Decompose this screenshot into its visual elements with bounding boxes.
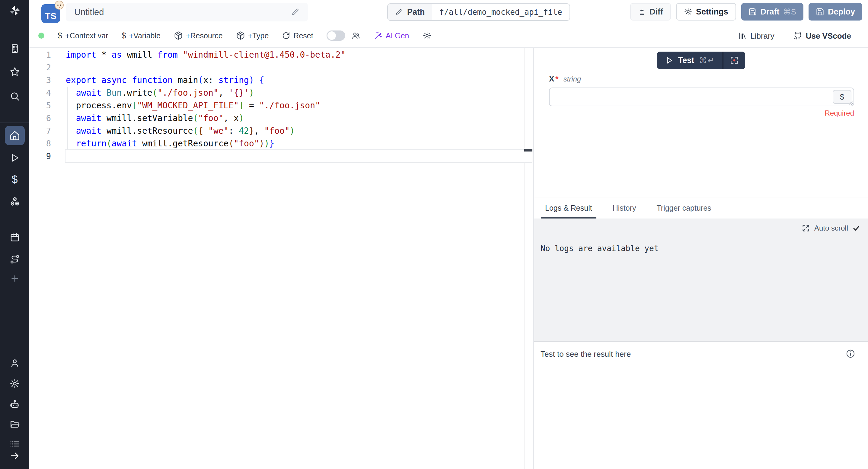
gear-icon	[423, 31, 432, 40]
sidebar-item-workspace[interactable]	[5, 41, 25, 57]
sidebar-item-assistant[interactable]	[5, 396, 25, 412]
code-lines[interactable]: import * as wmill from "windmill-client@…	[66, 49, 522, 163]
tab-logs-result[interactable]: Logs & Result	[541, 197, 596, 219]
language-badge-label: TS	[45, 11, 56, 21]
edit-title-pencil-icon[interactable]	[291, 7, 300, 17]
draft-label: Draft	[761, 7, 780, 17]
add-resource-button[interactable]: +Resource	[174, 31, 223, 40]
gear-icon	[684, 7, 692, 16]
save-icon	[816, 7, 824, 16]
cubes-icon	[9, 196, 20, 207]
field-type: string	[563, 75, 581, 83]
tab-trigger-captures[interactable]: Trigger captures	[652, 197, 715, 219]
users-icon	[351, 31, 360, 40]
sidebar-item-favorites[interactable]	[5, 64, 25, 80]
windmill-logo[interactable]	[5, 3, 25, 19]
play-icon	[10, 153, 20, 163]
check-icon[interactable]	[852, 224, 860, 232]
draft-shortcut: ⌘S	[783, 7, 796, 17]
sidebar-item-apps[interactable]	[5, 437, 25, 450]
add-type-label: +Type	[248, 31, 269, 40]
code-line[interactable]: await wmill.setVariable("foo", x)	[66, 112, 522, 125]
sidebar: $	[0, 0, 29, 469]
line-number: 8	[29, 137, 65, 150]
tab-history[interactable]: History	[609, 197, 641, 219]
building-icon	[10, 43, 20, 54]
robot-icon	[10, 399, 20, 409]
line-number-gutter: 123456789	[29, 49, 65, 163]
add-context-var-label: +Context var	[65, 31, 108, 40]
field-name: X	[549, 74, 554, 84]
use-vscode-button[interactable]: Use VScode	[793, 31, 851, 41]
path-label-segment: Path	[388, 4, 432, 20]
script-settings-button[interactable]	[423, 31, 432, 40]
package-icon	[174, 31, 183, 40]
line-number: 7	[29, 125, 65, 137]
sidebar-item-runs[interactable]	[5, 150, 25, 166]
sidebar-item-resources[interactable]	[5, 194, 25, 210]
multiplayer-toggle[interactable]	[327, 30, 345, 41]
toggle-knob	[328, 31, 336, 40]
package-icon	[236, 31, 245, 40]
code-line[interactable]	[66, 150, 522, 163]
code-line[interactable]: export async function main(x: string) {	[66, 74, 522, 87]
sidebar-item-settings[interactable]	[5, 376, 25, 392]
add-resource-label: +Resource	[186, 31, 223, 40]
resize-handle[interactable]	[848, 100, 853, 105]
reset-button[interactable]: Reset	[282, 31, 313, 40]
diff-button[interactable]: Diff	[630, 3, 671, 21]
add-type-button[interactable]: +Type	[236, 31, 269, 40]
info-icon[interactable]	[846, 349, 855, 358]
sidebar-item-user[interactable]	[5, 355, 25, 371]
gear-icon	[10, 378, 20, 389]
reset-label: Reset	[293, 31, 313, 40]
code-line[interactable]: return(await wmill.getResource("foo"))}	[66, 137, 522, 150]
expand-icon[interactable]	[802, 224, 810, 232]
sidebar-item-folders[interactable]	[5, 417, 25, 433]
diff-icon	[638, 8, 646, 16]
right-panel: Test ⌘↵ X * string $	[534, 48, 868, 469]
test-button[interactable]: Test ⌘↵	[657, 52, 722, 69]
badge-emoji	[55, 1, 64, 10]
dollar-icon: $	[58, 31, 62, 40]
add-variable-button[interactable]: $ +Variable	[121, 31, 161, 40]
code-line[interactable]: await Bun.write("./foo.json", '{}')	[66, 87, 522, 99]
code-line[interactable]: process.env["WM_MOCKED_API_FILE"] = "./f…	[66, 99, 522, 112]
library-button[interactable]: Library	[738, 31, 774, 41]
autoscroll-control[interactable]: Auto scroll	[802, 224, 860, 232]
pencil-icon	[395, 8, 403, 16]
save-icon	[748, 7, 757, 16]
add-variable-label: +Variable	[129, 31, 161, 40]
sidebar-item-variables[interactable]: $	[5, 172, 25, 187]
sidebar-item-add[interactable]	[5, 271, 25, 286]
code-line[interactable]: import * as wmill from "windmill-client@…	[66, 49, 522, 61]
code-line[interactable]: await wmill.setResource({ "we": 42}, "fo…	[66, 125, 522, 137]
vscode-icon	[793, 31, 802, 40]
sidebar-item-schedules[interactable]	[5, 230, 25, 245]
arrow-right-icon	[10, 451, 20, 461]
ai-gen-button[interactable]: AI Gen	[374, 31, 409, 40]
add-context-var-button[interactable]: $ +Context var	[58, 31, 108, 40]
autoscroll-label: Auto scroll	[814, 224, 848, 232]
plus-icon	[10, 274, 20, 283]
field-x-input[interactable]: $	[549, 88, 854, 106]
sidebar-item-home[interactable]	[5, 126, 25, 145]
capture-test-button[interactable]	[723, 52, 745, 69]
path-button[interactable]: Path f/all/demo_mocked_api_file	[387, 3, 570, 21]
deploy-button[interactable]: Deploy	[809, 3, 862, 21]
settings-button[interactable]: Settings	[676, 3, 736, 21]
code-editor[interactable]: 123456789 import * as wmill from "windmi…	[29, 48, 533, 469]
sidebar-collapse[interactable]	[5, 449, 25, 462]
overview-ruler-cursor	[524, 149, 532, 152]
code-line[interactable]	[66, 61, 522, 74]
dollar-icon: $	[11, 173, 18, 186]
script-title-input[interactable]: Untitled	[66, 3, 308, 22]
sidebar-item-search[interactable]	[5, 88, 25, 104]
line-number: 3	[29, 74, 65, 87]
star-icon	[10, 67, 20, 77]
required-asterisk: *	[555, 74, 558, 84]
line-number: 4	[29, 87, 65, 99]
draft-button[interactable]: Draft ⌘S	[741, 3, 803, 21]
result-placeholder: Test to see the result here	[540, 349, 631, 359]
sidebar-item-routes[interactable]	[5, 251, 25, 267]
